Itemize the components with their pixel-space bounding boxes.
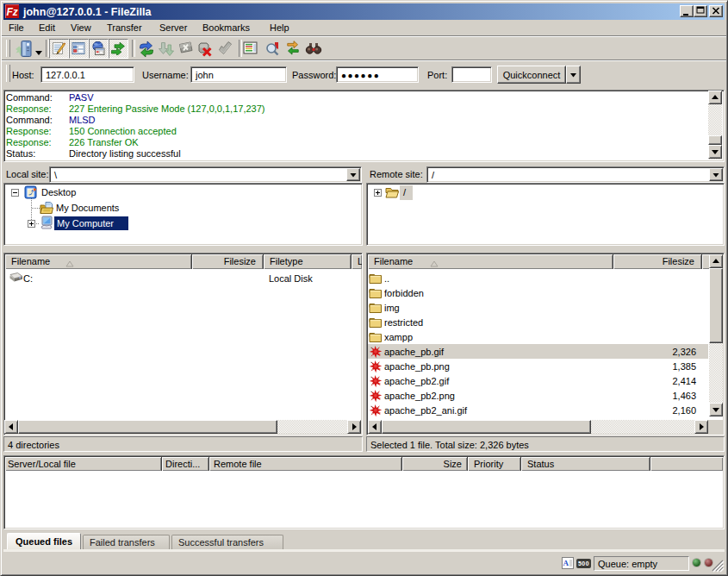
svg-text:Fz: Fz (7, 6, 18, 18)
svg-text:A: A (563, 559, 569, 567)
